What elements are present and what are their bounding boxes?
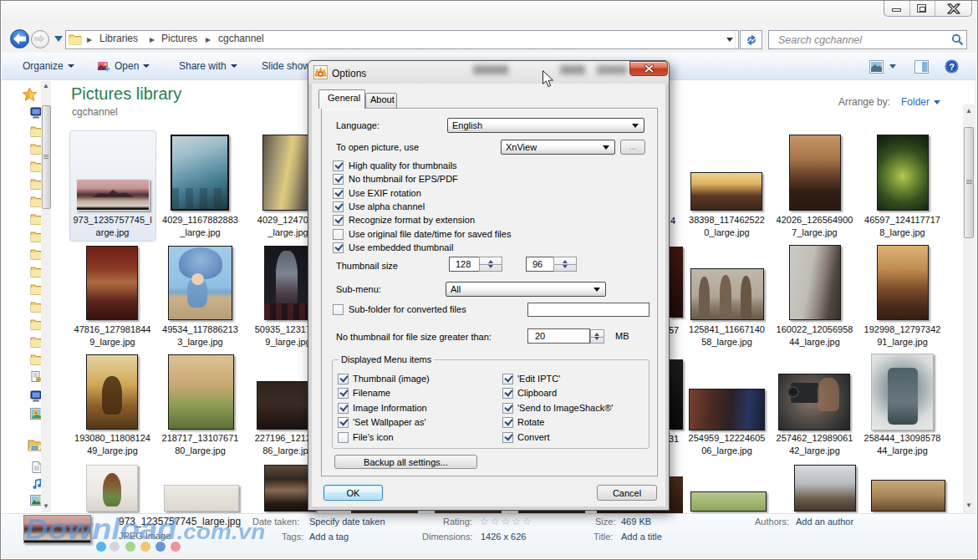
svg-text:?: ? (949, 62, 955, 72)
